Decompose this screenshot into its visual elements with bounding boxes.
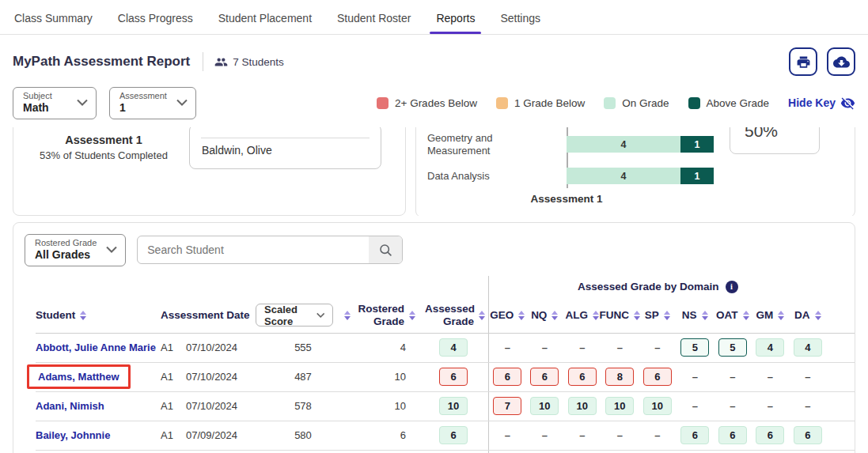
student-name-link[interactable]: Abbott, Julie Anne Marie — [36, 342, 156, 353]
domain-column-header-nq[interactable]: NQ — [526, 298, 564, 333]
nav-tab-reports[interactable]: Reports — [434, 12, 476, 34]
nav-tab-label: Class Progress — [118, 12, 193, 25]
rostered-grade-column-header[interactable]: Rostered Grade — [351, 303, 419, 327]
no-grade-dash: – — [542, 342, 548, 353]
nav-tab-student-placement[interactable]: Student Placement — [217, 12, 313, 34]
no-grade-dash: – — [692, 371, 698, 383]
domain-cell-alg: – — [563, 334, 601, 362]
domain-cell-oat: 5 — [714, 334, 752, 362]
student-column-header[interactable]: Student — [36, 309, 161, 321]
domain-bar: 4 1 — [567, 168, 714, 184]
assessment-date-cell: 07/09/2024 — [186, 421, 256, 450]
domain-column-header-oat[interactable]: OAT — [714, 298, 752, 333]
sort-icon[interactable] — [593, 311, 599, 320]
sort-icon[interactable] — [344, 311, 351, 320]
domain-column-header-ns[interactable]: NS — [677, 298, 714, 333]
domain-cell-sp: 10 — [639, 392, 677, 421]
domain-cell-ns: – — [677, 392, 714, 421]
table-row: Abbott, Julie Anne Marie A1 07/10/2024 5… — [36, 334, 855, 363]
sort-icon[interactable] — [409, 311, 415, 320]
domain-cell-geo: – — [488, 334, 526, 362]
assessed-grade-cell: 6 — [419, 421, 488, 450]
nav-tab-class-progress[interactable]: Class Progress — [116, 12, 195, 34]
nav-tab-settings[interactable]: Settings — [498, 12, 542, 34]
grade-badge-below2: 7 — [493, 397, 521, 415]
domain-group-header-row: Assessed Grade by Domain i — [36, 276, 855, 298]
table-row: Adams, Matthew A1 07/10/2024 487 10 6 66… — [36, 363, 855, 392]
assessment-cell: A1 — [161, 363, 186, 391]
table-row: Adani, Nimish A1 07/10/2024 578 10 10 71… — [36, 392, 855, 421]
rostered-grade-dropdown[interactable]: Rostered Grade All Grades — [25, 234, 126, 266]
sort-icon[interactable] — [552, 311, 558, 320]
assessment-cell: A1 — [161, 392, 186, 421]
assessed-grade-cell: 10 — [419, 392, 488, 421]
domain-cell-nq: 6 — [526, 363, 564, 391]
search-button[interactable] — [369, 236, 402, 263]
nav-tab-student-roster[interactable]: Student Roster — [335, 12, 412, 34]
domain-cell-geo: 7 — [488, 392, 526, 421]
hide-key-link[interactable]: Hide Key — [788, 96, 855, 111]
chevron-down-icon — [77, 100, 88, 107]
domain-column-header-sp[interactable]: SP — [639, 298, 677, 333]
printer-icon — [796, 55, 811, 70]
domain-cell-gm: 6 — [752, 421, 790, 450]
sort-icon[interactable] — [702, 311, 708, 320]
assessment-dropdown[interactable]: Assessment 1 — [109, 87, 196, 119]
scaled-score-select[interactable]: Scaled Score — [256, 304, 333, 327]
domain-column-header-geo[interactable]: GEO — [488, 298, 526, 333]
sort-icon[interactable] — [518, 311, 525, 320]
nav-tab-label: Reports — [436, 12, 475, 25]
header-divider — [203, 52, 203, 71]
legend-swatch — [604, 97, 616, 109]
nav-tab-class-summary[interactable]: Class Summary — [13, 12, 94, 34]
column-header-row: Student Assessment Date Scaled Score Ros… — [36, 298, 855, 333]
domain-column-header-func[interactable]: FUNC — [601, 298, 639, 333]
assessment-cell: A1 — [161, 421, 186, 450]
student-name-link[interactable]: Adams, Matthew — [38, 371, 119, 383]
cloud-download-icon — [833, 54, 850, 70]
grade-badge-on: 10 — [530, 397, 559, 415]
sort-icon[interactable] — [479, 311, 485, 320]
grade-badge-above: 5 — [680, 338, 709, 357]
selection-highlight-box: Adams, Matthew — [27, 364, 131, 389]
no-grade-dash: – — [579, 342, 585, 353]
domain-cell-func: – — [601, 334, 639, 362]
domain-bar: 4 1 — [567, 136, 714, 153]
legend-label: 1 Grade Below — [514, 97, 585, 109]
student-name-link[interactable]: Adani, Nimish — [36, 400, 104, 412]
grade-badge-above: 5 — [718, 338, 747, 357]
grade-badge-below2: 6 — [439, 368, 468, 386]
sort-icon[interactable] — [743, 311, 749, 320]
no-grade-dash: – — [692, 400, 698, 412]
rostered-grade-cell: 4 — [351, 334, 419, 362]
grade-badge-on: 10 — [605, 397, 634, 415]
domain-cell-oat: 6 — [714, 421, 752, 450]
domain-column-header-gm[interactable]: GM — [752, 298, 790, 333]
assessed-grade-column-header[interactable]: Assessed Grade — [419, 303, 488, 327]
info-icon[interactable]: i — [726, 281, 738, 293]
sort-icon[interactable] — [80, 311, 86, 320]
sort-icon[interactable] — [815, 311, 821, 320]
legend-item-2-grades-below: 2+ Grades Below — [377, 97, 477, 109]
domain-cell-geo: – — [488, 421, 526, 450]
domain-cell-da: 6 — [789, 421, 827, 450]
grade-badge-on: 6 — [756, 426, 784, 444]
print-button[interactable] — [789, 47, 817, 76]
domain-cell-nq: – — [526, 334, 564, 362]
sort-icon[interactable] — [778, 311, 784, 320]
search-input[interactable] — [137, 236, 403, 264]
domain-cell-gm: 4 — [752, 334, 790, 362]
domain-column-header-da[interactable]: DA — [789, 298, 827, 333]
subject-dropdown[interactable]: Subject Math — [13, 87, 97, 119]
domain-column-header-alg[interactable]: ALG — [563, 298, 601, 333]
no-grade-dash: – — [579, 429, 585, 441]
grade-badge-below2: 6 — [530, 368, 559, 386]
legend-label: On Grade — [622, 97, 669, 109]
no-grade-dash: – — [542, 429, 548, 441]
domain-cell-nq: 10 — [526, 392, 564, 421]
grade-badge-below2: 6 — [493, 368, 521, 386]
student-name-link[interactable]: Bailey, Johnnie — [36, 429, 110, 441]
download-button[interactable] — [827, 47, 855, 76]
sort-icon[interactable] — [664, 311, 670, 320]
assessment-date-column-header: Assessment Date — [161, 309, 256, 321]
